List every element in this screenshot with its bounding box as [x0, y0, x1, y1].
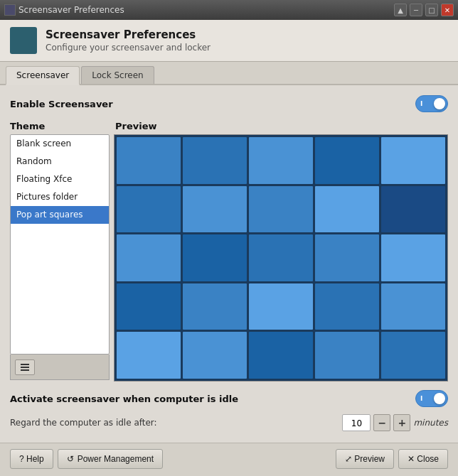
- theme-preview-body: Blank screen Random Floating Xfce Pictur…: [10, 134, 448, 382]
- power-management-button[interactable]: ↺ Power Management: [58, 449, 163, 469]
- theme-list-footer: [10, 355, 110, 380]
- idle-unit: minutes: [413, 418, 448, 428]
- footer-right: ⤢ Preview ✕ Close: [336, 449, 448, 469]
- preview-cell: [381, 283, 445, 330]
- help-button[interactable]: ? Help: [10, 449, 53, 469]
- theme-list[interactable]: Blank screen Random Floating Xfce Pictur…: [10, 134, 110, 355]
- theme-menu-button[interactable]: [15, 359, 35, 375]
- theme-col-header: Theme: [10, 121, 115, 131]
- footer: ? Help ↺ Power Management ⤢ Preview ✕ Cl…: [0, 443, 458, 475]
- preview-cell: [249, 234, 313, 281]
- enable-screensaver-label: Enable Screensaver: [10, 99, 113, 109]
- app-icon: [4, 4, 16, 16]
- app-title: Screensaver Preferences: [46, 28, 211, 41]
- close-button[interactable]: ✕: [441, 4, 454, 16]
- titlebar-left: Screensaver Preferences: [4, 4, 124, 16]
- app-header: Screensaver Preferences Configure your s…: [0, 20, 458, 62]
- preview-cell: [381, 137, 445, 184]
- titlebar: Screensaver Preferences ▲ ─ □ ✕: [0, 0, 458, 20]
- preview-cell: [183, 186, 247, 233]
- footer-left: ? Help ↺ Power Management: [10, 449, 163, 469]
- preview-cell: [381, 186, 445, 233]
- preview-cell: [183, 137, 247, 184]
- preview-cell: [315, 186, 379, 233]
- theme-item-popart[interactable]: Pop art squares: [11, 206, 109, 224]
- preview-cell: [117, 234, 181, 281]
- preview-cell: [183, 283, 247, 330]
- activate-label: Activate screensaver when computer is id…: [10, 394, 238, 404]
- titlebar-title: Screensaver Preferences: [18, 5, 124, 15]
- theme-preview-header: Theme Preview: [10, 121, 448, 131]
- idle-controls: 10 − + minutes: [342, 414, 448, 431]
- titlebar-controls: ▲ ─ □ ✕: [394, 4, 454, 16]
- enable-screensaver-toggle[interactable]: I: [415, 95, 448, 112]
- app-header-text: Screensaver Preferences Configure your s…: [46, 28, 211, 53]
- preview-cell: [249, 283, 313, 330]
- close-window-button[interactable]: ✕ Close: [398, 449, 448, 469]
- minimize-button[interactable]: ─: [410, 4, 422, 16]
- tab-screensaver[interactable]: Screensaver: [6, 66, 80, 85]
- activate-screensaver-row: Activate screensaver when computer is id…: [10, 390, 448, 407]
- preview-cell: [381, 332, 445, 379]
- main-content: Enable Screensaver I Theme Preview Blank…: [0, 85, 458, 443]
- preview-col-header: Preview: [115, 121, 448, 131]
- theme-item-floating[interactable]: Floating Xfce: [11, 171, 109, 188]
- preview-cell: [249, 332, 313, 379]
- idle-label: Regard the computer as idle after:: [10, 418, 157, 428]
- theme-item-pictures[interactable]: Pictures folder: [11, 188, 109, 206]
- preview-cell: [183, 332, 247, 379]
- theme-item-random[interactable]: Random: [11, 153, 109, 171]
- enable-screensaver-row: Enable Screensaver I: [10, 95, 448, 112]
- preview-cell: [249, 186, 313, 233]
- preview-cell: [381, 234, 445, 281]
- preview-cell: [183, 234, 247, 281]
- preview-button[interactable]: ⤢ Preview: [336, 449, 394, 469]
- preview-cell: [117, 186, 181, 233]
- theme-item-blank[interactable]: Blank screen: [11, 135, 109, 153]
- bottom-settings: Activate screensaver when computer is id…: [10, 382, 448, 436]
- preview-cell: [249, 137, 313, 184]
- preview-cell: [117, 283, 181, 330]
- app-header-icon: [10, 27, 37, 54]
- idle-row: Regard the computer as idle after: 10 − …: [10, 414, 448, 431]
- preview-cell: [117, 137, 181, 184]
- preview-cell: [315, 234, 379, 281]
- preview-cell: [315, 332, 379, 379]
- maximize-button[interactable]: □: [425, 4, 438, 16]
- shade-button[interactable]: ▲: [394, 4, 407, 16]
- preview-cell: [315, 137, 379, 184]
- power-icon: ↺: [67, 454, 74, 464]
- app-subtitle: Configure your screensaver and locker: [46, 43, 211, 53]
- increment-button[interactable]: +: [393, 414, 410, 431]
- activate-screensaver-toggle[interactable]: I: [415, 390, 448, 407]
- preview-area: [114, 134, 448, 382]
- preview-cell: [315, 283, 379, 330]
- preview-cell: [117, 332, 181, 379]
- decrement-button[interactable]: −: [373, 414, 390, 431]
- tab-lockscreen[interactable]: Lock Screen: [81, 66, 154, 84]
- idle-value: 10: [342, 414, 371, 431]
- tabs-bar: Screensaver Lock Screen: [0, 62, 458, 85]
